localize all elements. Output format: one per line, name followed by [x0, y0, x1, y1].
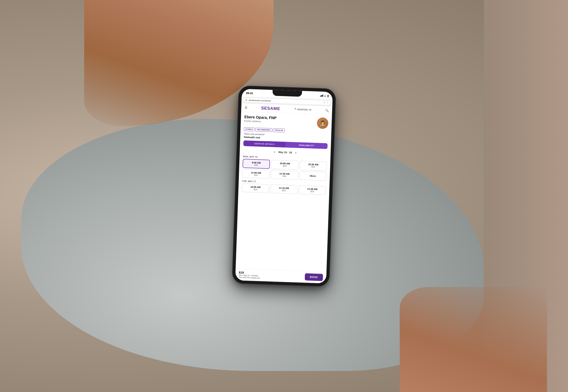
slot-tue-1115am[interactable]: 11:15 AM $19 [270, 184, 298, 194]
tab-availability[interactable]: AVAILABILITY [285, 142, 328, 149]
slot-tue-1130am[interactable]: 11:30 AM $19 [299, 185, 326, 195]
slot-mon-1030am[interactable]: 10:30 AM $19 [299, 161, 327, 171]
badge-recommended: RECOMMENDED [255, 128, 272, 132]
booking-bar: $19 Mon, May 16 - 9:00AM You won't be ch… [235, 268, 327, 283]
phone-screen: 09:41 ▲ ▐ 🔒 sesamecare.com/doctor [235, 89, 333, 284]
location-text: HOUSTON, TX [297, 108, 311, 111]
browser-menu-icon[interactable]: ⋮ [326, 101, 329, 104]
battery-icon: ▐ [327, 95, 329, 97]
slot-mon-10am[interactable]: 10:00 AM $19 [271, 160, 299, 170]
hamburger-icon[interactable]: ☰ [245, 106, 248, 109]
search-icon[interactable]: 🔍 [325, 109, 329, 112]
doctor-header: Ebere Opara, FNP Family medicine 👩‍⚕️ [244, 115, 329, 129]
badge-meds: $5 MEDS [244, 127, 254, 131]
location-pin-icon: 📍 [294, 108, 296, 110]
slot-mon-9am[interactable]: 9:00 AM $19 [242, 159, 270, 169]
doctor-info: Ebere Opara, FNP Family medicine [244, 115, 277, 123]
badge-popular: POPULAR [273, 128, 285, 132]
app-logo: SESAME [261, 106, 280, 111]
lock-icon: 🔒 [245, 99, 247, 101]
doctor-section: Ebere Opara, FNP Family medicine 👩‍⚕️ $5… [239, 112, 332, 157]
availability-section: MON, MAY 16 9:00 AM $19 10:00 AM $19 10:… [238, 155, 330, 195]
status-icons: ▲ ▐ [320, 94, 329, 97]
date-nav: ‹ May 16 - 18 › [243, 148, 327, 156]
date-range: May 16 - 18 [278, 151, 292, 154]
add-tab-icon[interactable]: + [324, 101, 325, 104]
slot-mon-1130am[interactable]: 11:30 AM $19 [271, 170, 298, 180]
avatar-image: 👩‍⚕️ [320, 120, 326, 126]
wifi-icon: ▲ [324, 95, 326, 97]
status-time: 09:41 [246, 91, 253, 95]
doctor-specialty: Family medicine [244, 120, 276, 123]
availability-tabs: SERVICE DETAILS AVAILABILITY [243, 140, 328, 149]
doctor-name: Ebere Opara, FNP [244, 115, 277, 120]
phone-body: 09:41 ▲ ▐ 🔒 sesamecare.com/doctor [232, 86, 336, 286]
slot-mon-11am[interactable]: 11:00 AM $19 [242, 169, 270, 179]
book-button[interactable]: BOOK [305, 273, 323, 281]
doctor-avatar: 👩‍⚕️ [317, 117, 329, 129]
phone: 09:41 ▲ ▐ 🔒 sesamecare.com/doctor [232, 86, 336, 286]
phone-notch [272, 90, 302, 97]
price-info: $19 Mon, May 16 - 9:00AM You won't be ch… [239, 271, 305, 281]
prev-date-arrow[interactable]: ‹ [274, 150, 275, 154]
more-label: More [310, 174, 316, 178]
hand-bottom [400, 287, 547, 392]
slot-tue-10am[interactable]: 10:00 AM $19 [242, 183, 269, 193]
url-text: sesamecare.com/doctor [249, 99, 322, 104]
tuesday-slots: 10:00 AM $19 11:15 AM $19 11:30 AM $19 [242, 183, 326, 195]
signal-bar-1 [320, 96, 321, 97]
tab-service-details[interactable]: SERVICE DETAILS [243, 140, 286, 147]
location-badge[interactable]: 📍 HOUSTON, TX [294, 108, 311, 111]
monday-slots: 9:00 AM $19 10:00 AM $19 10:30 AM $19 11… [242, 159, 327, 181]
next-date-arrow[interactable]: › [295, 151, 296, 155]
slot-more-button[interactable]: More [299, 171, 327, 181]
signal-bar-3 [322, 95, 322, 97]
signal-icon [320, 95, 323, 97]
signal-bar-4 [323, 95, 323, 97]
signal-bar-2 [321, 95, 321, 97]
